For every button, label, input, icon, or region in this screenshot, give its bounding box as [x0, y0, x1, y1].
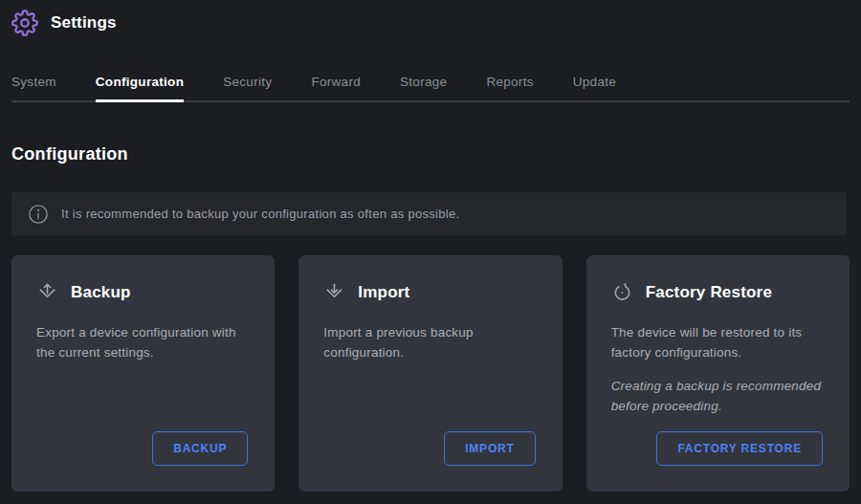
import-card-title: Import [358, 283, 409, 302]
tab-update[interactable]: Update [573, 75, 616, 100]
tab-system[interactable]: System [11, 75, 56, 100]
backup-card: Backup Export a device configuration wit… [11, 255, 275, 492]
tab-reports[interactable]: Reports [486, 75, 533, 100]
backup-card-header: Backup [36, 281, 250, 303]
action-cards: Backup Export a device configuration wit… [11, 255, 850, 492]
download-arrow-icon [323, 281, 345, 303]
upload-arrow-icon [36, 281, 58, 303]
info-icon [28, 204, 49, 225]
factory-restore-button[interactable]: FACTORY RESTORE [656, 431, 823, 466]
tab-forward[interactable]: Forward [311, 75, 361, 100]
gear-icon [11, 10, 38, 36]
factory-restore-card-header: Factory Restore [611, 281, 825, 303]
import-button[interactable]: IMPORT [444, 431, 535, 466]
backup-button[interactable]: BACKUP [152, 431, 248, 466]
app-header: Settings [0, 0, 861, 36]
factory-restore-card-title: Factory Restore [646, 283, 772, 302]
app-title: Settings [51, 13, 117, 33]
tab-bar: System Configuration Security Forward St… [11, 75, 850, 102]
tab-security[interactable]: Security [223, 75, 272, 100]
restore-icon [611, 281, 633, 303]
import-card-description: Import a previous backup configuration. [323, 322, 537, 362]
backup-card-title: Backup [71, 283, 131, 302]
info-banner: It is recommended to backup your configu… [11, 192, 847, 235]
import-card: Import Import a previous backup configur… [298, 255, 562, 492]
page-title: Configuration [11, 144, 850, 164]
factory-restore-card: Factory Restore The device will be resto… [586, 255, 850, 492]
tab-storage[interactable]: Storage [400, 75, 447, 100]
factory-restore-card-note: Creating a backup is recommended before … [611, 376, 825, 416]
tab-configuration[interactable]: Configuration [96, 75, 184, 100]
factory-restore-card-description: The device will be restored to its facto… [611, 322, 825, 362]
info-banner-text: It is recommended to backup your configu… [61, 207, 459, 221]
import-card-header: Import [323, 281, 537, 303]
backup-card-description: Export a device configuration with the c… [36, 322, 250, 362]
